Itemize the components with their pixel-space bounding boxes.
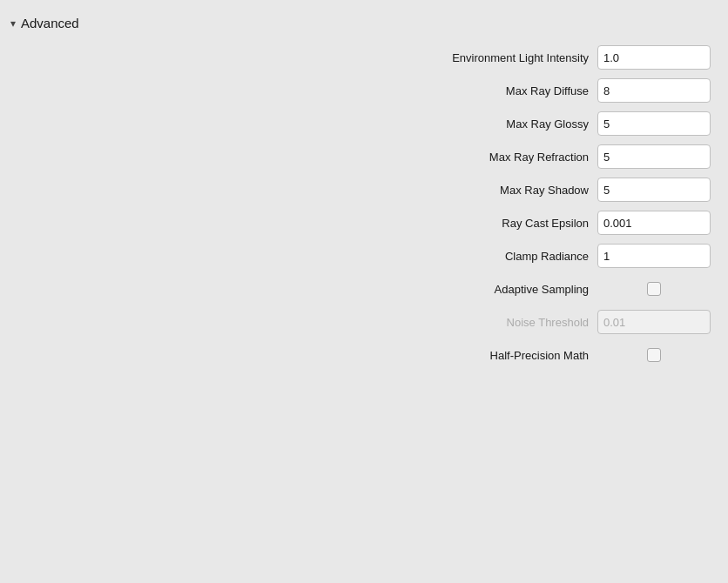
clamp-radiance-label: Clamp Radiance	[505, 250, 589, 263]
form-row-noise-threshold: Noise Threshold▲▼	[17, 305, 711, 338]
form-row-env-light-intensity: Environment Light Intensity▲▼	[17, 41, 711, 74]
ray-cast-epsilon-input[interactable]	[598, 211, 711, 234]
advanced-panel: ▾ Advanced Environment Light Intensity▲▼…	[0, 0, 728, 583]
half-precision-math-checkbox[interactable]	[647, 348, 661, 362]
form-row-half-precision-math: Half-Precision Math	[17, 338, 711, 372]
form-row-max-ray-diffuse: Max Ray Diffuse▲▼	[17, 74, 711, 107]
env-light-intensity-spinner: ▲▼	[597, 45, 711, 70]
max-ray-diffuse-label: Max Ray Diffuse	[506, 84, 589, 97]
noise-threshold-label: Noise Threshold	[507, 316, 589, 329]
adaptive-sampling-container	[597, 277, 711, 301]
adaptive-sampling-checkbox[interactable]	[647, 282, 661, 296]
ray-cast-epsilon-label: Ray Cast Epsilon	[502, 217, 589, 230]
half-precision-math-container	[597, 343, 711, 367]
form-row-max-ray-glossy: Max Ray Glossy▲▼	[17, 107, 711, 140]
max-ray-diffuse-spinner: ▲▼	[597, 78, 711, 103]
max-ray-glossy-input[interactable]	[598, 112, 711, 135]
clamp-radiance-input[interactable]	[598, 245, 711, 267]
noise-threshold-input	[598, 311, 711, 333]
section-header[interactable]: ▾ Advanced	[0, 9, 728, 41]
form-row-clamp-radiance: Clamp Radiance▲▼	[17, 239, 711, 272]
chevron-icon: ▾	[10, 17, 16, 30]
section-title: Advanced	[21, 16, 79, 30]
form-row-adaptive-sampling: Adaptive Sampling	[17, 272, 711, 305]
max-ray-refraction-label: Max Ray Refraction	[489, 151, 589, 164]
ray-cast-epsilon-spinner: ▲▼	[597, 211, 711, 235]
max-ray-refraction-input[interactable]	[598, 145, 711, 168]
noise-threshold-spinner: ▲▼	[597, 310, 711, 334]
env-light-intensity-input[interactable]	[598, 46, 711, 69]
form-row-max-ray-shadow: Max Ray Shadow▲▼	[17, 173, 711, 206]
form-row-max-ray-refraction: Max Ray Refraction▲▼	[17, 140, 711, 173]
max-ray-refraction-spinner: ▲▼	[597, 144, 711, 169]
form-rows: Environment Light Intensity▲▼Max Ray Dif…	[0, 41, 728, 372]
max-ray-shadow-label: Max Ray Shadow	[500, 184, 589, 197]
max-ray-glossy-label: Max Ray Glossy	[506, 117, 589, 131]
half-precision-math-label: Half-Precision Math	[490, 349, 589, 362]
max-ray-diffuse-input[interactable]	[598, 79, 711, 102]
form-row-ray-cast-epsilon: Ray Cast Epsilon▲▼	[17, 206, 711, 239]
clamp-radiance-spinner: ▲▼	[597, 244, 711, 268]
max-ray-shadow-input[interactable]	[598, 178, 711, 201]
max-ray-glossy-spinner: ▲▼	[597, 111, 711, 136]
env-light-intensity-label: Environment Light Intensity	[452, 51, 589, 64]
adaptive-sampling-label: Adaptive Sampling	[495, 283, 589, 296]
max-ray-shadow-spinner: ▲▼	[597, 178, 711, 202]
